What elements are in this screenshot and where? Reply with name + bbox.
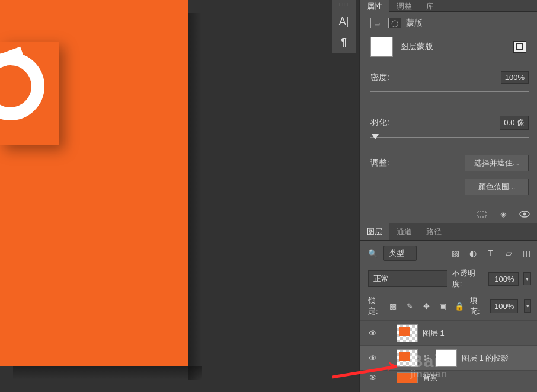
adjust-row: 调整: 选择并遮住... <box>370 155 529 171</box>
pixel-mask-icon[interactable]: ▭ <box>370 18 383 28</box>
character-panel-icon[interactable]: A| <box>339 15 349 28</box>
adjust-label: 调整: <box>370 158 465 168</box>
mask-thumbnail[interactable] <box>436 349 457 367</box>
layer-thumbnail[interactable] <box>397 349 418 367</box>
filter-type-icon[interactable]: T <box>486 248 496 258</box>
feather-slider[interactable] <box>370 137 529 138</box>
layer-thumbnail[interactable] <box>397 372 418 383</box>
layers-tabs: 图层 通道 路径 <box>360 223 537 241</box>
canvas-area[interactable] <box>0 0 330 392</box>
mask-thumb-row: 图层蒙版 <box>360 33 537 60</box>
mask-type-row: ▭ ◯ 蒙版 <box>360 12 537 33</box>
mask-thumbnail[interactable] <box>370 37 393 57</box>
density-slider[interactable] <box>370 91 529 92</box>
lock-pixels-icon[interactable]: ✎ <box>405 301 414 311</box>
select-and-mask-button[interactable]: 选择并遮住... <box>465 155 529 171</box>
visibility-toggle-icon[interactable]: 👁 <box>368 353 378 363</box>
layer-list: 👁 图层 1 👁 ⛓ 图层 1 的投影 👁 背景 <box>360 320 537 384</box>
filter-smart-icon[interactable]: ◫ <box>522 248 531 258</box>
layer-row[interactable]: 👁 ⛓ 图层 1 的投影 <box>360 345 537 370</box>
layer-row[interactable]: 👁 背景 <box>360 370 537 384</box>
blend-mode-select[interactable]: 正常 <box>368 270 448 287</box>
properties-footer: ◈ <box>360 205 537 223</box>
panel-grip-icon[interactable]: :::::::::::: <box>339 2 349 7</box>
visibility-toggle-icon[interactable]: 👁 <box>368 329 378 338</box>
layer-name[interactable]: 图层 1 的投影 <box>462 353 509 364</box>
tab-properties[interactable]: 属性 <box>360 0 389 12</box>
filter-pixel-icon[interactable]: ▨ <box>450 248 460 258</box>
layer-row[interactable]: 👁 图层 1 <box>360 320 537 345</box>
type-panel-collapsed[interactable]: :::::::::::: A| ¶ <box>332 0 356 53</box>
tab-paths[interactable]: 路径 <box>419 223 449 240</box>
feather-label: 羽化: <box>370 117 500 128</box>
density-value[interactable]: 100% <box>501 71 529 84</box>
opacity-value[interactable]: 100% <box>488 272 518 286</box>
layers-filter-bar: 🔍 类型 ▨ ◐ T ▱ ◫ <box>360 241 537 266</box>
opacity-label: 不透明度: <box>452 268 484 289</box>
svg-rect-0 <box>478 211 486 217</box>
properties-tabs: 属性 调整 库 <box>360 0 537 12</box>
search-icon[interactable]: 🔍 <box>368 249 378 258</box>
lock-label: 锁定: <box>368 295 382 317</box>
mask-title: 蒙版 <box>406 18 423 28</box>
lock-artboard-icon[interactable]: ▣ <box>438 301 448 311</box>
mask-disable-button[interactable] <box>513 41 526 53</box>
load-selection-icon[interactable] <box>477 210 487 218</box>
layer-type-filter[interactable]: 类型 <box>383 246 417 261</box>
tab-layers[interactable]: 图层 <box>360 223 389 240</box>
filter-shape-icon[interactable]: ▱ <box>504 248 513 258</box>
layer-thumbnail[interactable] <box>397 324 418 342</box>
paragraph-panel-icon[interactable]: ¶ <box>341 36 347 49</box>
blend-opacity-row: 正常 不透明度: 100% ▾ <box>360 266 537 292</box>
density-row: 密度: 100% <box>370 71 529 84</box>
mask-link-icon[interactable]: ⛓ <box>423 354 431 362</box>
toggle-mask-icon[interactable] <box>519 210 530 218</box>
right-panels: 属性 调整 库 ▭ ◯ 蒙版 图层蒙版 密度: 100% 羽化: 0.0 像 调… <box>359 0 537 392</box>
tab-adjust[interactable]: 调整 <box>389 0 419 12</box>
tab-channels[interactable]: 通道 <box>389 223 419 240</box>
lock-position-icon[interactable]: ✥ <box>421 301 431 311</box>
lock-all-icon[interactable]: 🔒 <box>455 301 464 311</box>
layer-mask-label: 图层蒙版 <box>400 42 433 52</box>
feather-value[interactable]: 0.0 像 <box>500 116 529 130</box>
visibility-toggle-icon[interactable]: 👁 <box>368 373 378 383</box>
vector-mask-icon[interactable]: ◯ <box>388 18 401 28</box>
svg-point-2 <box>523 213 526 216</box>
lock-fill-row: 锁定: ▩ ✎ ✥ ▣ 🔒 填充: 100% ▾ <box>360 292 537 320</box>
feather-row: 羽化: 0.0 像 <box>370 116 529 130</box>
feather-slider-handle[interactable] <box>372 134 379 139</box>
lock-transparent-icon[interactable]: ▩ <box>388 301 398 311</box>
fill-dropdown[interactable]: ▾ <box>524 299 531 313</box>
apply-mask-icon[interactable]: ◈ <box>498 210 509 218</box>
color-range-button[interactable]: 颜色范围... <box>465 179 529 195</box>
tab-library[interactable]: 库 <box>419 0 441 12</box>
density-label: 密度: <box>370 72 501 83</box>
layer-name[interactable]: 背景 <box>423 372 438 383</box>
fill-label: 填充: <box>470 295 484 317</box>
opacity-dropdown[interactable]: ▾ <box>523 272 532 285</box>
fill-value[interactable]: 100% <box>490 299 518 313</box>
layer-name[interactable]: 图层 1 <box>423 328 445 339</box>
filter-adjustment-icon[interactable]: ◐ <box>468 248 478 258</box>
lock-icons-group: ▩ ✎ ✥ ▣ 🔒 <box>388 301 464 311</box>
